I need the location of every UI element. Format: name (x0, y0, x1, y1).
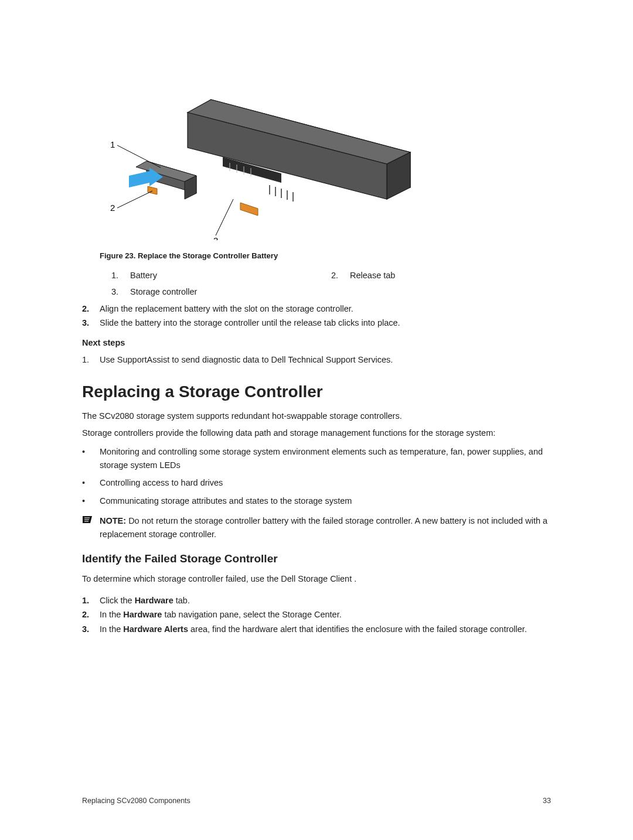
page-footer: Replacing SCv2080 Components 33 (82, 797, 551, 805)
figure-image: 1 2 3 (94, 59, 551, 243)
next-steps-heading: Next steps (82, 338, 551, 347)
step-number: 2. (82, 302, 100, 315)
callout-number: 3. (111, 287, 130, 296)
step-text: In the Hardware tab navigation pane, sel… (100, 608, 342, 621)
svg-marker-8 (148, 186, 157, 194)
body-paragraph: To determine which storage controller fa… (82, 572, 551, 585)
step: 2. Align the replacement battery with th… (82, 302, 551, 315)
footer-left: Replacing SCv2080 Components (82, 797, 190, 805)
svg-line-22 (216, 199, 233, 235)
step-text: Slide the battery into the storage contr… (100, 316, 400, 329)
list-item: • Controlling access to hard drives (82, 476, 551, 489)
step: 3. Slide the battery into the storage co… (82, 316, 551, 329)
note-text: NOTE: Do not return the storage controll… (100, 514, 551, 541)
step-text: Click the Hardware tab. (100, 594, 190, 607)
callout-label: Release tab (350, 271, 395, 280)
step-number: 3. (82, 623, 100, 636)
next-steps-list: 1. Use SupportAssist to send diagnostic … (82, 353, 551, 366)
list-item: • Monitoring and controlling some storag… (82, 445, 551, 472)
diagram-label-3: 3 (213, 235, 218, 240)
storage-controller-diagram: 1 2 3 (94, 59, 422, 240)
step: 1. Use SupportAssist to send diagnostic … (82, 353, 551, 366)
bullet-icon: • (82, 476, 100, 489)
callout-item: 2. Release tab (331, 271, 551, 280)
step-text: Align the replacement battery with the s… (100, 302, 353, 315)
diagram-label-2: 2 (110, 203, 115, 213)
footer-page-number: 33 (543, 797, 551, 805)
callout-number: 1. (111, 271, 130, 280)
callout-number: 2. (331, 271, 350, 280)
svg-line-21 (117, 191, 152, 208)
list-text: Controlling access to hard drives (100, 476, 223, 489)
note-label: NOTE: (100, 516, 128, 525)
body-paragraph: The SCv2080 storage system supports redu… (82, 409, 551, 422)
functions-list: • Monitoring and controlling some storag… (82, 445, 551, 507)
callout-item: 3. Storage controller (111, 287, 331, 296)
list-item: • Communicating storage attributes and s… (82, 494, 551, 507)
callout-label: Battery (130, 271, 157, 280)
subsection-heading: Identify the Failed Storage Controller (82, 552, 551, 565)
callout-label: Storage controller (130, 287, 197, 296)
step-number: 2. (82, 608, 100, 621)
step: 1. Click the Hardware tab. (82, 594, 551, 607)
figure-caption: Figure 23. Replace the Storage Controlle… (100, 251, 551, 260)
identify-steps: 1. Click the Hardware tab. 2. In the Har… (82, 594, 551, 636)
bullet-icon: • (82, 445, 100, 472)
install-steps: 2. Align the replacement battery with th… (82, 302, 551, 330)
step-text: In the Hardware Alerts area, find the ha… (100, 623, 527, 636)
list-text: Monitoring and controlling some storage … (100, 445, 551, 472)
list-text: Communicating storage attributes and sta… (100, 494, 352, 507)
note-icon (82, 514, 100, 541)
bullet-icon: • (82, 494, 100, 507)
note-block: NOTE: Do not return the storage controll… (82, 514, 551, 541)
figure-callout-list: 1. Battery 2. Release tab 3. Storage con… (111, 271, 551, 296)
callout-item: 1. Battery (111, 271, 331, 280)
step-text: Use SupportAssist to send diagnostic dat… (100, 353, 393, 366)
step-number: 3. (82, 316, 100, 329)
section-heading: Replacing a Storage Controller (82, 383, 551, 401)
svg-marker-9 (240, 203, 258, 216)
step: 3. In the Hardware Alerts area, find the… (82, 623, 551, 636)
body-paragraph: Storage controllers provide the followin… (82, 426, 551, 439)
step-number: 1. (82, 594, 100, 607)
svg-line-20 (117, 145, 161, 168)
step: 2. In the Hardware tab navigation pane, … (82, 608, 551, 621)
diagram-label-1: 1 (110, 139, 115, 149)
step-number: 1. (82, 353, 100, 366)
note-body: Do not return the storage controller bat… (100, 516, 547, 538)
